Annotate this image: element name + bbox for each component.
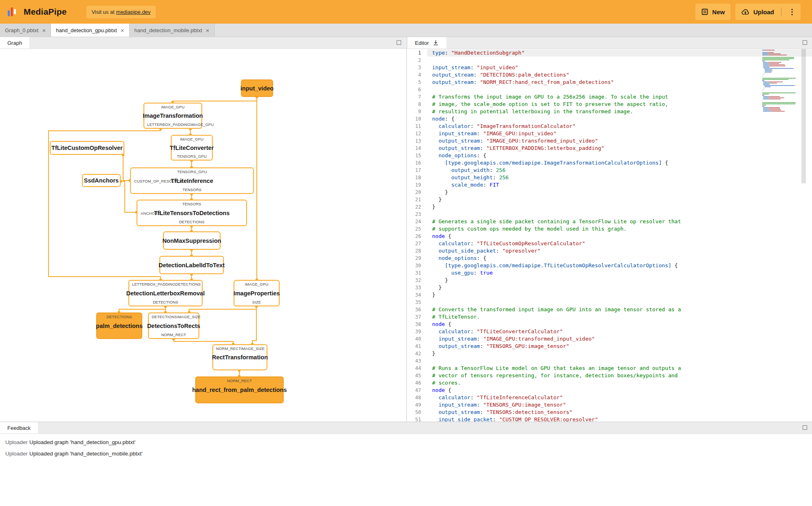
file-tab[interactable]: hand_detection_gpu.pbtxt×	[51, 24, 129, 37]
port-label: DETECTIONS	[175, 282, 201, 286]
tab-graph[interactable]: Graph	[0, 37, 29, 48]
graph-node-label: TfLiteConverter	[170, 145, 214, 151]
ports-row: IMAGE_GPU	[172, 137, 212, 141]
upload-cloud-icon	[741, 8, 750, 16]
ports-row: DETECTIONS	[97, 315, 141, 319]
main-area: Graph input_videoIMAGE_GPULETTERBOX_PADD…	[0, 37, 812, 422]
close-icon[interactable]: ×	[42, 28, 46, 33]
feedback-rows: UploaderUploaded graph 'hand_detection_g…	[0, 434, 812, 506]
port-label: LETTERBOX_PADDING	[147, 122, 190, 127]
graph-node-label: DetectionsToRects	[147, 323, 200, 329]
close-icon[interactable]: ×	[206, 28, 210, 33]
graph-node-label: NonMaxSuppression	[162, 238, 221, 244]
graph-node-NonMaxSuppression[interactable]: NonMaxSuppression	[163, 231, 221, 250]
ports-row: SIZE	[234, 300, 279, 304]
port-label: DETECTIONS	[153, 300, 178, 304]
editor-pane: Editor 123456789101112131415161718192021…	[406, 37, 812, 422]
graph-node-DetectionsToRects[interactable]: DETECTIONSIMAGE_SIZENORM_RECTDetectionsT…	[148, 312, 199, 339]
graph-popout-icon[interactable]	[397, 40, 401, 45]
kebab-menu-icon[interactable]: ⋮	[787, 8, 797, 15]
graph-node-TfLiteInference[interactable]: TENSORS_GPUTENSORSCUSTOM_OP_RESOLVERTfLi…	[130, 167, 254, 194]
graph-node-RectTransformation[interactable]: NORM_RECTIMAGE_SIZERectTransformation	[212, 344, 267, 370]
file-tab[interactable]: Graph_0.pbtxt×	[0, 24, 51, 37]
graph-node-label: TfLiteCustomOpResolver	[51, 145, 123, 151]
ports-row: TENSORS	[137, 202, 246, 206]
port-label: IMAGE_GPU	[161, 105, 184, 109]
feedback-source: Uploader	[5, 448, 29, 460]
port-label: TENSORS_GPU	[177, 154, 207, 158]
graph-node-input_video[interactable]: input_video	[241, 79, 273, 97]
editor-tab-label: Editor	[415, 40, 429, 46]
ports-row: NORM_RECT	[149, 332, 199, 337]
port-label: TENSORS	[183, 187, 202, 192]
graph-node-TfLiteTensorsToDetections[interactable]: TENSORSDETECTIONSANCHORSTfLiteTensorsToD…	[137, 200, 247, 226]
upload-button[interactable]: Upload ⋮	[735, 4, 801, 20]
new-button[interactable]: New	[695, 4, 730, 20]
mediapipe-logo	[7, 6, 19, 18]
tab-feedback[interactable]: Feedback	[0, 422, 38, 433]
ports-row: DETECTIONS	[129, 300, 202, 304]
graph-pane-strip: Graph	[0, 37, 406, 49]
code-area[interactable]: type: "HandDetectionSubgraph"input_strea…	[427, 49, 812, 422]
graph-node-TfLiteCustomOpResolver[interactable]: TfLiteCustomOpResolver	[50, 141, 124, 155]
graph-node-label: ImageProperties	[234, 290, 280, 297]
graph-node-DetectionLetterboxRemoval[interactable]: LETTERBOX_PADDINGDETECTIONSDETECTIONSDet…	[128, 280, 203, 306]
port-label: TENSORS	[182, 202, 201, 206]
ports-row: DETECTIONS	[137, 220, 246, 224]
visit-chip: Visit us at mediapipe.dev	[86, 6, 156, 18]
graph-node-SsdAnchors[interactable]: SsdAnchors	[82, 174, 121, 187]
code-editor[interactable]: 1234567891011121314151617181920212223242…	[407, 49, 812, 422]
file-tab[interactable]: hand_detection_mobile.pbtxt×	[130, 24, 215, 37]
port-label: TENSORS_GPU	[177, 169, 207, 174]
line-numbers: 1234567891011121314151617181920212223242…	[407, 49, 427, 422]
editor-popout-icon[interactable]	[803, 40, 807, 45]
ports-row: LETTERBOX_PADDINGIMAGE_GPU	[144, 122, 201, 127]
graph-node-label: input_video	[241, 85, 274, 92]
feedback-tab-label: Feedback	[7, 425, 31, 431]
feedback-message: Uploaded graph 'hand_detection_mobile.pb…	[29, 451, 143, 457]
ports-row: TENSORS	[131, 187, 253, 192]
visit-text: Visit us at	[92, 9, 115, 15]
graph-tab-label: Graph	[7, 40, 22, 46]
ports-row: IMAGE_GPU	[234, 282, 279, 286]
graph-node-label: RectTransformation	[212, 354, 268, 361]
close-icon[interactable]: ×	[121, 28, 124, 33]
port-label: NORM_RECT	[227, 378, 252, 383]
graph-node-label: DetectionLetterboxRemoval	[126, 290, 205, 297]
graph-node-hand_rect_from_palm_detections[interactable]: NORM_RECThand_rect_from_palm_detections	[195, 376, 284, 403]
app-header: MediaPipe Visit us at mediapipe.dev New …	[0, 0, 812, 24]
ports-row: TENSORS_GPU	[131, 169, 253, 174]
ports-row: DETECTIONSIMAGE_SIZE	[149, 315, 199, 319]
graph-node-label: palm_detections	[96, 323, 142, 329]
ports-row: NORM_RECTIMAGE_SIZE	[213, 346, 267, 351]
tab-editor[interactable]: Editor	[408, 37, 446, 48]
new-button-label: New	[712, 9, 725, 15]
feedback-row: UploaderUploaded graph 'hand_detection_g…	[0, 437, 812, 448]
port-label: NORM_RECT	[161, 332, 186, 337]
visit-link[interactable]: mediapipe.dev	[116, 9, 151, 15]
graph-node-palm_detections[interactable]: DETECTIONSpalm_detections	[96, 312, 142, 339]
feedback-pane: Feedback UploaderUploaded graph 'hand_de…	[0, 422, 812, 506]
graph-node-label: TfLiteInference	[171, 178, 213, 184]
ports-row: TENSORS_GPU	[172, 154, 212, 158]
graph-node-label: ImageTransformation	[143, 112, 203, 119]
minimap[interactable]	[762, 50, 800, 112]
port-label: SIZE	[252, 300, 261, 304]
ports-row: LETTERBOX_PADDINGDETECTIONS	[129, 282, 202, 286]
port-label: LETTERBOX_PADDING	[132, 282, 175, 286]
graph-node-ImageTransformation[interactable]: IMAGE_GPULETTERBOX_PADDINGIMAGE_GPUImage…	[143, 103, 202, 129]
graph-node-DetectionLabelIdToText[interactable]: DetectionLabelIdToText	[159, 256, 224, 274]
upload-divider	[781, 7, 781, 16]
graph-node-ImageProperties[interactable]: IMAGE_GPUSIZEImageProperties	[234, 280, 280, 306]
graph-node-label: SsdAnchors	[84, 177, 119, 184]
graph-canvas[interactable]: input_videoIMAGE_GPULETTERBOX_PADDINGIMA…	[0, 49, 406, 422]
graph-node-TfLiteConverter[interactable]: IMAGE_GPUTENSORS_GPUTfLiteConverter	[171, 135, 213, 161]
upload-button-label: Upload	[753, 9, 774, 15]
feedback-row: UploaderUploaded graph 'hand_detection_m…	[0, 448, 812, 460]
file-tab-bar: Graph_0.pbtxt×hand_detection_gpu.pbtxt×h…	[0, 24, 812, 37]
editor-pane-strip: Editor	[407, 37, 812, 49]
download-icon[interactable]	[432, 40, 439, 46]
editor-scrollbar[interactable]	[801, 49, 806, 422]
port-label: DETECTIONS	[152, 315, 177, 319]
feedback-popout-icon[interactable]	[803, 425, 807, 430]
